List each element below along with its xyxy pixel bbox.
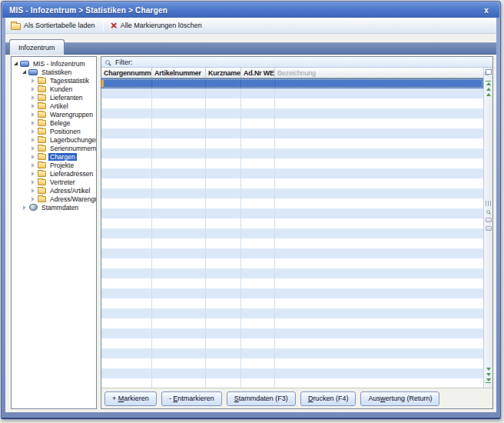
table-cell <box>275 158 483 168</box>
table-row[interactable] <box>101 108 483 118</box>
footer-button-auswertung-return[interactable]: Auswertung (Return) <box>360 391 439 406</box>
table-row[interactable] <box>101 218 483 228</box>
table-row[interactable] <box>101 88 483 98</box>
tree-collapsed-arrow-icon[interactable] <box>32 138 35 142</box>
table-row[interactable] <box>101 138 483 148</box>
footer-button-entmarkieren[interactable]: - Entmarkieren <box>161 391 222 406</box>
tree-collapsed-arrow-icon[interactable] <box>32 129 35 134</box>
tab-strip: Infozentrum <box>5 35 496 55</box>
grid-tool-1-icon[interactable] <box>486 218 492 222</box>
tab-infozentrum[interactable]: Infozentrum <box>9 39 65 55</box>
toolbar-button-alle-markierungen-l-schen[interactable]: ✕Alle Markierungen löschen <box>108 20 206 32</box>
tree-item-seriennummern[interactable]: Seriennummern <box>12 144 96 152</box>
tree-item-belege[interactable]: Belege <box>12 118 96 127</box>
arrow <box>486 378 491 381</box>
search-icon <box>105 60 110 65</box>
table-row[interactable] <box>101 248 483 258</box>
close-button[interactable]: x <box>480 6 492 15</box>
table-row[interactable] <box>101 308 483 318</box>
table-row[interactable] <box>101 328 483 338</box>
table-row[interactable] <box>101 148 483 158</box>
scroll-down-page-icon[interactable] <box>486 368 491 371</box>
tree-item-artikel[interactable]: Artikel <box>12 102 96 110</box>
table-row[interactable] <box>101 318 483 328</box>
toolbar-button-als-sortiertabelle-laden[interactable]: Als Sortiertabelle laden <box>8 20 99 32</box>
table-row[interactable] <box>101 158 483 168</box>
tree-item-adress-warengruppen[interactable]: Adress/Warengruppen <box>12 195 96 203</box>
column-chooser-icon[interactable] <box>486 69 492 75</box>
tree-item-lieferanten[interactable]: Lieferanten <box>12 93 96 102</box>
scroll-bottom-icon[interactable] <box>486 378 491 384</box>
table-row[interactable] <box>101 278 483 288</box>
tree-collapsed-arrow-icon[interactable] <box>32 146 35 151</box>
tree-collapsed-arrow-icon[interactable] <box>32 155 35 159</box>
column-header-artikelnummer[interactable]: Artikelnummer <box>152 68 206 78</box>
table-row[interactable] <box>101 288 483 298</box>
tree-collapsed-arrow-icon[interactable] <box>32 87 35 92</box>
table-row[interactable] <box>101 258 483 268</box>
scroll-up-page-icon[interactable] <box>486 93 491 96</box>
tree-collapsed-arrow-icon[interactable] <box>32 188 35 193</box>
table-row[interactable] <box>101 368 483 378</box>
table-row[interactable] <box>101 98 483 108</box>
tree-collapsed-arrow-icon[interactable] <box>32 78 35 83</box>
tree-collapsed-arrow-icon[interactable] <box>32 121 35 125</box>
table-row[interactable] <box>101 228 483 238</box>
tree-expanded-arrow-icon[interactable] <box>22 70 26 74</box>
table-row[interactable] <box>101 118 483 128</box>
tree-item-lagerbuchungen[interactable]: Lagerbuchungen <box>12 135 96 144</box>
tree-item-lieferadressen[interactable]: Lieferadressen <box>12 169 96 178</box>
column-header-ad-nr-we[interactable]: Ad.Nr WE <box>241 68 275 78</box>
table-row[interactable] <box>101 358 483 368</box>
table-cell <box>206 228 241 238</box>
tree-item-positionen[interactable]: Positionen <box>12 127 96 135</box>
tree-item-projekte[interactable]: Projekte <box>12 161 96 169</box>
tree-item-statistiken[interactable]: Statistiken <box>12 68 96 76</box>
column-header-bezeichnung[interactable]: Bezeichnung <box>275 68 483 78</box>
table-row[interactable] <box>101 128 483 138</box>
table-row-selected[interactable] <box>101 78 483 88</box>
table-row[interactable] <box>101 168 483 178</box>
table-row[interactable] <box>101 348 483 358</box>
footer-button-markieren[interactable]: + Markieren <box>104 391 157 406</box>
table-row[interactable] <box>101 198 483 208</box>
tree-collapsed-arrow-icon[interactable] <box>32 112 35 117</box>
table-row[interactable] <box>101 188 483 198</box>
tree-item-stammdaten[interactable]: Stammdaten <box>12 203 96 212</box>
tree-collapsed-arrow-icon[interactable] <box>32 163 35 168</box>
table-row[interactable] <box>101 378 483 388</box>
table-row[interactable] <box>101 298 483 308</box>
table-row[interactable] <box>101 238 483 248</box>
tree-item-warengruppen[interactable]: Warengruppen <box>12 110 96 118</box>
tree-collapsed-arrow-icon[interactable] <box>32 95 35 100</box>
filter-bar[interactable]: Filter: <box>101 57 492 68</box>
grid-tool-2-icon[interactable] <box>486 226 492 231</box>
search-icon[interactable] <box>486 210 490 214</box>
tree-item-kunden[interactable]: Kunden <box>12 85 96 93</box>
tree-item-chargen[interactable]: Chargen <box>12 152 96 161</box>
tree-collapsed-arrow-icon[interactable] <box>32 197 35 202</box>
tree-item-label: Kunden <box>48 85 74 93</box>
tree-collapsed-arrow-icon[interactable] <box>32 180 35 185</box>
tree-item-tagesstatistik[interactable]: Tagesstatistik <box>12 76 96 85</box>
footer-button-stammdaten-f3[interactable]: Stammdaten (F3) <box>227 391 296 406</box>
scroll-down-icon[interactable] <box>486 373 491 376</box>
tree-expanded-arrow-icon[interactable] <box>14 62 18 65</box>
tree-collapsed-arrow-icon[interactable] <box>23 205 26 210</box>
scroll-top-icon[interactable] <box>486 80 491 85</box>
table-row[interactable] <box>101 268 483 278</box>
table-row[interactable] <box>101 338 483 348</box>
tree-collapsed-arrow-icon[interactable] <box>32 172 35 176</box>
table-row[interactable] <box>101 208 483 218</box>
button-label-pre: Aus <box>368 395 380 402</box>
column-header-chargennummer[interactable]: Chargennummer <box>101 68 152 78</box>
tree-item-mis-infozentrum[interactable]: MIS - Infozentrum <box>12 59 96 68</box>
scroll-up-icon[interactable] <box>486 88 491 91</box>
tree-item-vertreter[interactable]: Vertreter <box>12 178 96 186</box>
footer-button-drucken-f4[interactable]: Drucken (F4) <box>300 391 356 406</box>
column-select-icon[interactable] <box>486 201 491 206</box>
tree-collapsed-arrow-icon[interactable] <box>32 104 35 108</box>
column-header-kurzname[interactable]: Kurzname <box>206 68 241 78</box>
tree-item-adress-artikel[interactable]: Adress/Artikel <box>12 186 96 195</box>
table-row[interactable] <box>101 178 483 188</box>
